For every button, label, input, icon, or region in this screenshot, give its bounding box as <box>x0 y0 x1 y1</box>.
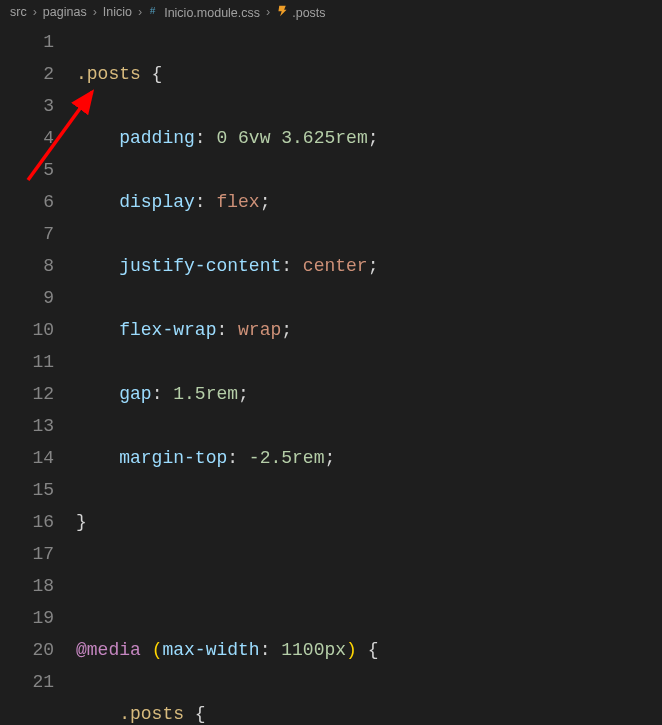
semicolon: ; <box>238 384 249 404</box>
line-number: 14 <box>0 442 54 474</box>
code-line[interactable]: flex-wrap: wrap; <box>76 314 662 346</box>
breadcrumb-seg-file[interactable]: # Inicio.module.css <box>148 4 260 20</box>
line-number: 3 <box>0 90 54 122</box>
line-number: 16 <box>0 506 54 538</box>
chevron-right-icon: › <box>91 5 99 19</box>
line-number: 2 <box>0 58 54 90</box>
value: wrap <box>238 320 281 340</box>
line-number: 21 <box>0 666 54 698</box>
brace: } <box>76 512 87 532</box>
code-line[interactable]: justify-content: center; <box>76 250 662 282</box>
colon: : <box>227 448 249 468</box>
property: flex-wrap <box>119 320 216 340</box>
colon: : <box>260 640 282 660</box>
brace: { <box>141 64 163 84</box>
symbol-icon <box>276 4 289 17</box>
line-number: 19 <box>0 602 54 634</box>
property: max-width <box>162 640 259 660</box>
colon: : <box>281 256 303 276</box>
colon: : <box>152 384 174 404</box>
breadcrumb-seg-src[interactable]: src <box>10 5 27 19</box>
code-line[interactable] <box>76 570 662 602</box>
code-line[interactable]: display: flex; <box>76 186 662 218</box>
property: gap <box>119 384 151 404</box>
brace: { <box>357 640 379 660</box>
line-number: 15 <box>0 474 54 506</box>
at-rule: @media <box>76 640 141 660</box>
chevron-right-icon: › <box>31 5 39 19</box>
line-number: 13 <box>0 410 54 442</box>
breadcrumb-symbol-label: .posts <box>292 6 325 20</box>
property: padding <box>119 128 195 148</box>
code-editor[interactable]: 1 2 3 4 5 6 7 8 9 10 11 12 13 14 15 16 1… <box>0 26 662 725</box>
property: display <box>119 192 195 212</box>
line-number: 17 <box>0 538 54 570</box>
line-number: 1 <box>0 26 54 58</box>
breadcrumb-seg-inicio[interactable]: Inicio <box>103 5 132 19</box>
chevron-right-icon: › <box>136 5 144 19</box>
colon: : <box>195 128 217 148</box>
code-area[interactable]: .posts { padding: 0 6vw 3.625rem; displa… <box>76 26 662 725</box>
code-line[interactable]: .posts { <box>76 698 662 725</box>
property: margin-top <box>119 448 227 468</box>
code-line[interactable]: margin-top: -2.5rem; <box>76 442 662 474</box>
code-line[interactable]: padding: 0 6vw 3.625rem; <box>76 122 662 154</box>
line-number: 10 <box>0 314 54 346</box>
line-number: 6 <box>0 186 54 218</box>
value: 1100px <box>281 640 346 660</box>
semicolon: ; <box>260 192 271 212</box>
line-number-gutter: 1 2 3 4 5 6 7 8 9 10 11 12 13 14 15 16 1… <box>0 26 76 725</box>
chevron-right-icon: › <box>264 5 272 19</box>
breadcrumb-file-label: Inicio.module.css <box>164 6 260 20</box>
svg-text:#: # <box>150 4 156 16</box>
value: center <box>303 256 368 276</box>
hash-icon: # <box>148 4 161 17</box>
property: justify-content <box>119 256 281 276</box>
line-number: 11 <box>0 346 54 378</box>
code-line[interactable]: } <box>76 506 662 538</box>
line-number: 20 <box>0 634 54 666</box>
selector: .posts <box>76 64 141 84</box>
breadcrumb-seg-paginas[interactable]: paginas <box>43 5 87 19</box>
colon: : <box>195 192 217 212</box>
semicolon: ; <box>368 128 379 148</box>
value: flex <box>216 192 259 212</box>
breadcrumb-seg-symbol[interactable]: .posts <box>276 4 325 20</box>
colon: : <box>216 320 238 340</box>
code-line[interactable]: gap: 1.5rem; <box>76 378 662 410</box>
value: 0 6vw 3.625rem <box>216 128 367 148</box>
breadcrumb: src › paginas › Inicio › # Inicio.module… <box>0 0 662 26</box>
line-number: 5 <box>0 154 54 186</box>
semicolon: ; <box>368 256 379 276</box>
semicolon: ; <box>324 448 335 468</box>
line-number: 8 <box>0 250 54 282</box>
line-number: 18 <box>0 570 54 602</box>
value: -2.5rem <box>249 448 325 468</box>
paren: ) <box>346 640 357 660</box>
selector: .posts <box>119 704 184 724</box>
semicolon: ; <box>281 320 292 340</box>
code-line[interactable]: .posts { <box>76 58 662 90</box>
brace: { <box>184 704 206 724</box>
code-line[interactable]: @media (max-width: 1100px) { <box>76 634 662 666</box>
value: 1.5rem <box>173 384 238 404</box>
line-number: 7 <box>0 218 54 250</box>
line-number: 9 <box>0 282 54 314</box>
paren: ( <box>152 640 163 660</box>
line-number: 4 <box>0 122 54 154</box>
line-number: 12 <box>0 378 54 410</box>
